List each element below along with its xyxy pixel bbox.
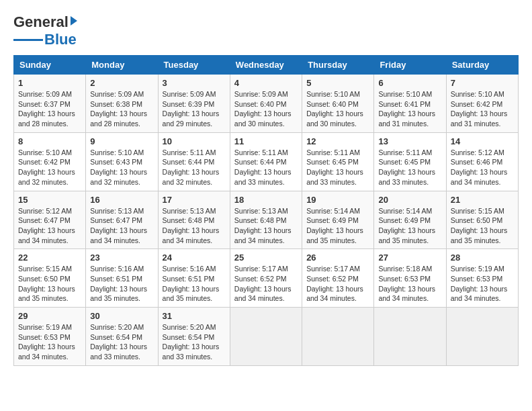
day-info: Sunrise: 5:15 AM Sunset: 6:50 PM Dayligh…: [451, 207, 508, 244]
day-number: 9: [90, 136, 153, 146]
calendar-week-2: 8Sunrise: 5:10 AM Sunset: 6:42 PM Daylig…: [14, 132, 519, 191]
day-number: 29: [18, 311, 81, 321]
calendar-day-23: 23Sunrise: 5:16 AM Sunset: 6:51 PM Dayli…: [86, 249, 158, 308]
day-info: Sunrise: 5:13 AM Sunset: 6:48 PM Dayligh…: [234, 207, 292, 244]
calendar-day-8: 8Sunrise: 5:10 AM Sunset: 6:42 PM Daylig…: [14, 132, 86, 191]
day-info: Sunrise: 5:09 AM Sunset: 6:38 PM Dayligh…: [90, 90, 147, 128]
day-number: 28: [451, 253, 514, 263]
day-number: 8: [18, 136, 81, 146]
day-info: Sunrise: 5:09 AM Sunset: 6:37 PM Dayligh…: [18, 90, 75, 128]
calendar-day-17: 17Sunrise: 5:13 AM Sunset: 6:48 PM Dayli…: [158, 191, 230, 249]
calendar-day-21: 21Sunrise: 5:15 AM Sunset: 6:50 PM Dayli…: [446, 191, 518, 249]
day-number: 2: [90, 78, 153, 88]
day-number: 27: [378, 253, 441, 263]
day-info: Sunrise: 5:19 AM Sunset: 6:53 PM Dayligh…: [18, 323, 75, 361]
day-number: 18: [234, 195, 298, 205]
calendar-day-20: 20Sunrise: 5:14 AM Sunset: 6:49 PM Dayli…: [374, 191, 446, 249]
day-info: Sunrise: 5:14 AM Sunset: 6:49 PM Dayligh…: [306, 207, 363, 244]
calendar-header-friday: Friday: [374, 56, 446, 75]
calendar-day-27: 27Sunrise: 5:18 AM Sunset: 6:53 PM Dayli…: [374, 249, 446, 308]
calendar-day-28: 28Sunrise: 5:19 AM Sunset: 6:53 PM Dayli…: [446, 249, 518, 308]
calendar-body: 1Sunrise: 5:09 AM Sunset: 6:37 PM Daylig…: [14, 75, 519, 366]
calendar-header-monday: Monday: [86, 56, 158, 75]
calendar-day-2: 2Sunrise: 5:09 AM Sunset: 6:38 PM Daylig…: [86, 75, 158, 133]
logo-line: [13, 39, 43, 41]
day-number: 14: [451, 136, 514, 146]
calendar-day-14: 14Sunrise: 5:12 AM Sunset: 6:46 PM Dayli…: [446, 132, 518, 191]
calendar-header-saturday: Saturday: [446, 56, 518, 75]
day-number: 19: [306, 195, 369, 205]
day-info: Sunrise: 5:11 AM Sunset: 6:45 PM Dayligh…: [378, 148, 435, 186]
calendar: SundayMondayTuesdayWednesdayThursdayFrid…: [13, 55, 519, 366]
calendar-week-3: 15Sunrise: 5:12 AM Sunset: 6:47 PM Dayli…: [14, 191, 519, 249]
calendar-day-26: 26Sunrise: 5:17 AM Sunset: 6:52 PM Dayli…: [302, 249, 374, 308]
day-number: 23: [90, 253, 153, 263]
calendar-day-6: 6Sunrise: 5:10 AM Sunset: 6:41 PM Daylig…: [374, 75, 446, 133]
day-info: Sunrise: 5:17 AM Sunset: 6:52 PM Dayligh…: [306, 265, 363, 302]
calendar-day-18: 18Sunrise: 5:13 AM Sunset: 6:48 PM Dayli…: [230, 191, 302, 249]
day-info: Sunrise: 5:20 AM Sunset: 6:54 PM Dayligh…: [90, 323, 147, 361]
logo: General Blue: [13, 13, 77, 48]
day-info: Sunrise: 5:13 AM Sunset: 6:47 PM Dayligh…: [90, 207, 147, 244]
day-number: 12: [306, 136, 369, 146]
day-info: Sunrise: 5:09 AM Sunset: 6:39 PM Dayligh…: [163, 90, 220, 128]
calendar-day-empty: [302, 308, 374, 366]
calendar-day-19: 19Sunrise: 5:14 AM Sunset: 6:49 PM Dayli…: [302, 191, 374, 249]
day-info: Sunrise: 5:10 AM Sunset: 6:43 PM Dayligh…: [90, 148, 147, 186]
day-number: 7: [451, 78, 514, 88]
day-number: 20: [378, 195, 441, 205]
day-number: 30: [90, 311, 153, 321]
day-info: Sunrise: 5:19 AM Sunset: 6:53 PM Dayligh…: [451, 265, 508, 302]
day-number: 25: [234, 253, 298, 263]
calendar-day-3: 3Sunrise: 5:09 AM Sunset: 6:39 PM Daylig…: [158, 75, 230, 133]
day-info: Sunrise: 5:12 AM Sunset: 6:46 PM Dayligh…: [451, 148, 508, 186]
calendar-week-4: 22Sunrise: 5:15 AM Sunset: 6:50 PM Dayli…: [14, 249, 519, 308]
calendar-day-22: 22Sunrise: 5:15 AM Sunset: 6:50 PM Dayli…: [14, 249, 86, 308]
calendar-day-24: 24Sunrise: 5:16 AM Sunset: 6:51 PM Dayli…: [158, 249, 230, 308]
day-info: Sunrise: 5:13 AM Sunset: 6:48 PM Dayligh…: [163, 207, 220, 244]
day-info: Sunrise: 5:10 AM Sunset: 6:42 PM Dayligh…: [18, 148, 75, 186]
calendar-day-12: 12Sunrise: 5:11 AM Sunset: 6:45 PM Dayli…: [302, 132, 374, 191]
calendar-day-1: 1Sunrise: 5:09 AM Sunset: 6:37 PM Daylig…: [14, 75, 86, 133]
day-number: 4: [234, 78, 298, 88]
day-info: Sunrise: 5:15 AM Sunset: 6:50 PM Dayligh…: [18, 265, 75, 302]
day-number: 15: [18, 195, 81, 205]
calendar-week-1: 1Sunrise: 5:09 AM Sunset: 6:37 PM Daylig…: [14, 75, 519, 133]
header: General Blue: [13, 13, 519, 48]
calendar-day-29: 29Sunrise: 5:19 AM Sunset: 6:53 PM Dayli…: [14, 308, 86, 366]
day-info: Sunrise: 5:09 AM Sunset: 6:40 PM Dayligh…: [234, 90, 292, 128]
calendar-day-25: 25Sunrise: 5:17 AM Sunset: 6:52 PM Dayli…: [230, 249, 302, 308]
calendar-day-empty: [446, 308, 518, 366]
day-info: Sunrise: 5:11 AM Sunset: 6:45 PM Dayligh…: [306, 148, 363, 186]
calendar-day-7: 7Sunrise: 5:10 AM Sunset: 6:42 PM Daylig…: [446, 75, 518, 133]
calendar-header-wednesday: Wednesday: [230, 56, 302, 75]
calendar-day-11: 11Sunrise: 5:11 AM Sunset: 6:44 PM Dayli…: [230, 132, 302, 191]
calendar-day-16: 16Sunrise: 5:13 AM Sunset: 6:47 PM Dayli…: [86, 191, 158, 249]
day-info: Sunrise: 5:17 AM Sunset: 6:52 PM Dayligh…: [234, 265, 292, 302]
day-info: Sunrise: 5:10 AM Sunset: 6:42 PM Dayligh…: [451, 90, 508, 128]
day-number: 21: [451, 195, 514, 205]
day-info: Sunrise: 5:20 AM Sunset: 6:54 PM Dayligh…: [163, 323, 220, 361]
day-number: 26: [306, 253, 369, 263]
day-info: Sunrise: 5:12 AM Sunset: 6:47 PM Dayligh…: [18, 207, 75, 244]
calendar-header-sunday: Sunday: [14, 56, 86, 75]
day-info: Sunrise: 5:10 AM Sunset: 6:41 PM Dayligh…: [378, 90, 435, 128]
day-info: Sunrise: 5:16 AM Sunset: 6:51 PM Dayligh…: [90, 265, 147, 302]
logo-arrow-icon: [71, 16, 77, 26]
calendar-day-31: 31Sunrise: 5:20 AM Sunset: 6:54 PM Dayli…: [158, 308, 230, 366]
calendar-header-thursday: Thursday: [302, 56, 374, 75]
day-number: 24: [163, 253, 226, 263]
calendar-day-4: 4Sunrise: 5:09 AM Sunset: 6:40 PM Daylig…: [230, 75, 302, 133]
day-info: Sunrise: 5:11 AM Sunset: 6:44 PM Dayligh…: [163, 148, 220, 186]
calendar-week-5: 29Sunrise: 5:19 AM Sunset: 6:53 PM Dayli…: [14, 308, 519, 366]
day-info: Sunrise: 5:14 AM Sunset: 6:49 PM Dayligh…: [378, 207, 435, 244]
day-info: Sunrise: 5:11 AM Sunset: 6:44 PM Dayligh…: [234, 148, 292, 186]
day-number: 16: [90, 195, 153, 205]
day-info: Sunrise: 5:10 AM Sunset: 6:40 PM Dayligh…: [306, 90, 363, 128]
day-number: 10: [163, 136, 226, 146]
day-number: 6: [378, 78, 441, 88]
calendar-day-empty: [230, 308, 302, 366]
day-number: 22: [18, 253, 81, 263]
logo-blue-text: Blue: [44, 31, 77, 48]
calendar-day-5: 5Sunrise: 5:10 AM Sunset: 6:40 PM Daylig…: [302, 75, 374, 133]
